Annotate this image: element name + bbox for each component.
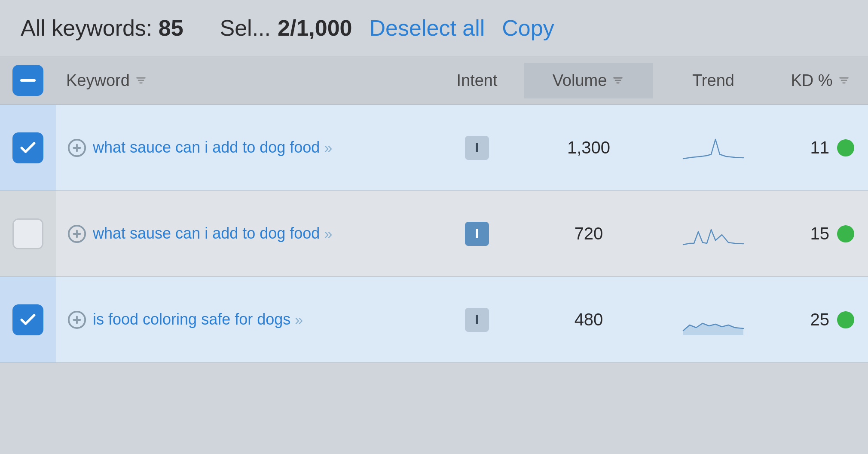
intent-badge-2: I <box>465 222 489 246</box>
column-header-keyword: Keyword <box>56 63 430 98</box>
trend-chart-2 <box>679 217 748 251</box>
volume-cell-2: 720 <box>524 215 653 252</box>
add-to-list-icon-2[interactable] <box>66 223 88 245</box>
keyword-cell-1: what sauce can i add to dog food » <box>56 129 430 167</box>
keyword-cell-3: is food coloring safe for dogs » <box>56 301 430 339</box>
kd-cell-1: 11 <box>773 129 868 166</box>
header-separator <box>196 15 208 41</box>
row-checkbox-3[interactable] <box>0 277 56 362</box>
trend-cell-3 <box>653 294 773 346</box>
trend-cell-1 <box>653 122 773 174</box>
row-checkbox-2[interactable] <box>0 191 56 276</box>
add-to-list-icon-1[interactable] <box>66 137 88 159</box>
trend-chart-1 <box>679 131 748 165</box>
column-header-trend: Trend <box>653 63 773 98</box>
keyword-expand-icon-1[interactable]: » <box>324 138 332 158</box>
kd-value-2: 15 <box>810 224 830 243</box>
deselect-all-checkbox[interactable] <box>12 65 43 96</box>
keyword-filter-icon[interactable] <box>134 74 148 87</box>
all-keywords-count: 85 <box>159 15 183 40</box>
header-bar: All keywords: 85 Sel... 2/1,000 Deselect… <box>0 0 868 56</box>
intent-badge-3: I <box>465 308 489 332</box>
kd-dot-1 <box>837 139 854 156</box>
add-to-list-icon-3[interactable] <box>66 309 88 331</box>
keyword-text-3[interactable]: is food coloring safe for dogs » <box>93 309 303 330</box>
checkbox-checked-icon[interactable] <box>12 132 43 163</box>
deselect-all-button[interactable]: Deselect all <box>370 15 485 41</box>
keywords-table: Keyword Intent Volume <box>0 56 868 363</box>
table-row: what sause can i add to dog food » I 720… <box>0 191 868 277</box>
trend-cell-2 <box>653 208 773 260</box>
kd-cell-2: 15 <box>773 215 868 252</box>
keyword-expand-icon-3[interactable]: » <box>295 310 303 330</box>
column-header-kd: KD % <box>773 63 868 98</box>
intent-cell-3: I <box>430 299 524 340</box>
table-row: is food coloring safe for dogs » I 480 2… <box>0 277 868 363</box>
keyword-cell-2: what sause can i add to dog food » <box>56 215 430 253</box>
kd-value-1: 11 <box>810 138 830 157</box>
checkbox-checked-icon-3[interactable] <box>12 304 43 335</box>
keyword-expand-icon-2[interactable]: » <box>324 224 332 244</box>
volume-cell-1: 1,300 <box>524 129 653 166</box>
column-header-volume: Volume <box>524 63 653 98</box>
selected-count: 2/1,000 <box>278 15 352 41</box>
all-keywords-label: All keywords: 85 <box>21 15 183 41</box>
kd-dot-3 <box>837 311 854 328</box>
column-header-intent: Intent <box>430 63 524 98</box>
checkbox-unchecked-icon-2[interactable] <box>12 218 43 249</box>
keyword-text-2[interactable]: what sause can i add to dog food » <box>93 223 332 244</box>
volume-filter-icon[interactable] <box>611 74 625 87</box>
row-checkbox-1[interactable] <box>0 105 56 190</box>
table-header-row: Keyword Intent Volume <box>0 56 868 105</box>
kd-value-3: 25 <box>810 310 830 329</box>
trend-chart-3 <box>679 303 748 337</box>
volume-cell-3: 480 <box>524 301 653 338</box>
main-container: All keywords: 85 Sel... 2/1,000 Deselect… <box>0 0 868 454</box>
kd-filter-icon[interactable] <box>837 74 851 87</box>
intent-cell-2: I <box>430 213 524 255</box>
kd-cell-3: 25 <box>773 301 868 338</box>
header-checkbox-cell[interactable] <box>0 56 56 104</box>
copy-button[interactable]: Copy <box>502 15 554 41</box>
intent-badge-1: I <box>465 136 489 160</box>
table-row: what sauce can i add to dog food » I 1,3… <box>0 105 868 191</box>
intent-cell-1: I <box>430 127 524 169</box>
keyword-text-1[interactable]: what sauce can i add to dog food » <box>93 137 332 158</box>
selected-label: Sel... <box>220 15 271 41</box>
kd-dot-2 <box>837 225 854 242</box>
